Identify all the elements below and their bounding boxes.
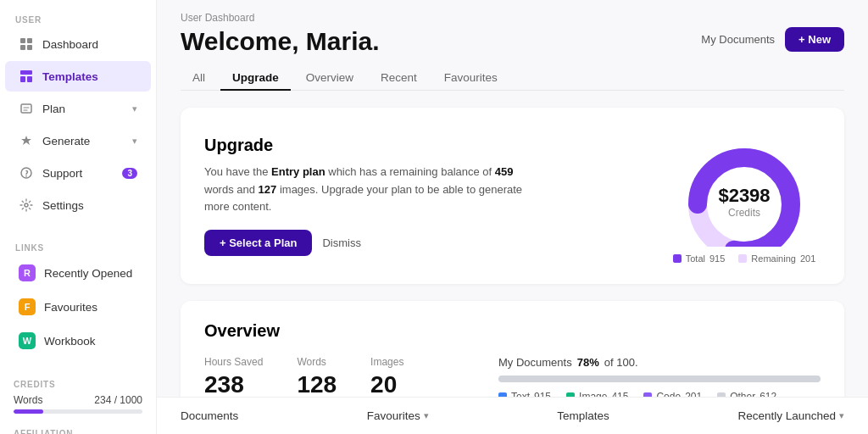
bottom-tab-favourites[interactable]: Favourites ▾ xyxy=(367,409,429,422)
sidebar-item-support[interactable]: Support 3 xyxy=(5,158,151,188)
progress-header-label: My Documents xyxy=(498,356,572,369)
svg-text:Credits: Credits xyxy=(728,207,760,219)
stat-images: Images 20 xyxy=(370,356,403,397)
sidebar-item-dashboard-label: Dashboard xyxy=(42,38,98,51)
legend-code: Code 201 xyxy=(643,391,702,397)
workbook-dot: W xyxy=(19,332,36,349)
legend-other: Other 612 xyxy=(717,391,776,397)
main-inner: All Upgrade Overview Recent Favourites U… xyxy=(157,66,868,397)
sidebar-item-plan[interactable]: Plan ▾ xyxy=(5,93,151,124)
svg-rect-1 xyxy=(27,38,32,43)
generate-icon xyxy=(19,133,34,148)
tab-all[interactable]: All xyxy=(181,66,217,91)
svg-rect-6 xyxy=(27,76,32,82)
sidebar-item-workbook-label: Workbook xyxy=(44,335,96,348)
credits-row: Words 234 / 1000 xyxy=(14,394,142,406)
docs-progress-header: My Documents 78% of 100. xyxy=(498,356,821,369)
sidebar-item-plan-label: Plan xyxy=(42,103,65,115)
tab-recent[interactable]: Recent xyxy=(369,66,429,91)
sidebar-item-settings[interactable]: Settings xyxy=(5,190,151,220)
chevron-down-icon: ▾ xyxy=(132,136,137,147)
main-content: User Dashboard Welcome, Maria. My Docume… xyxy=(157,0,868,434)
remaining-value: 201 xyxy=(800,253,815,264)
affiliation-label: AFFILIATION xyxy=(14,429,142,434)
legend-code-value: 201 xyxy=(685,391,702,397)
svg-rect-3 xyxy=(27,45,32,50)
bottom-tab-templates[interactable]: Templates xyxy=(557,409,609,422)
upgrade-description: You have the Entry plan which has a rema… xyxy=(204,164,526,216)
bottom-tabs: Documents Favourites ▾ Templates Recentl… xyxy=(157,397,868,434)
credits-section: CREDITS Words 234 / 1000 xyxy=(0,371,156,417)
sidebar-item-templates-label: Templates xyxy=(42,70,98,83)
template-icon xyxy=(19,69,34,84)
sidebar-item-settings-label: Settings xyxy=(42,199,84,212)
overview-card: Overview Hours Saved 238 Words 128 Image… xyxy=(181,301,844,397)
upgrade-card: Upgrade You have the Entry plan which ha… xyxy=(181,108,844,284)
my-documents-button[interactable]: My Documents xyxy=(701,33,775,46)
total-value: 915 xyxy=(709,253,725,264)
tab-favourites[interactable]: Favourites xyxy=(432,66,509,91)
bottom-tab-recently-launched-label: Recently Launched xyxy=(737,409,836,422)
legend-text-value: 915 xyxy=(534,391,551,397)
legend-image-label: Image xyxy=(579,391,607,397)
progress-bar xyxy=(498,376,821,382)
docs-progress-section: My Documents 78% of 100. Text xyxy=(498,356,821,397)
progress-legend: Text 915 Image 415 Code 201 xyxy=(498,391,821,397)
remaining-legend: Remaining 201 xyxy=(738,253,815,264)
grid-icon xyxy=(19,36,34,52)
sidebar-item-dashboard[interactable]: Dashboard xyxy=(5,29,151,59)
page-header: User Dashboard Welcome, Maria. My Docume… xyxy=(157,0,868,66)
favourites-dot: F xyxy=(19,298,36,315)
tab-upgrade[interactable]: Upgrade xyxy=(220,66,291,91)
page-title: Welcome, Maria. xyxy=(181,27,380,56)
total-label: Total xyxy=(686,253,705,264)
credits-words-label: Words xyxy=(14,394,42,406)
credits-bar xyxy=(14,409,142,414)
total-dot xyxy=(673,254,682,263)
overview-stats: Hours Saved 238 Words 128 Images 20 xyxy=(204,356,403,397)
recently-opened-dot: R xyxy=(19,264,36,281)
breadcrumb-text: User Dashboard xyxy=(181,12,380,24)
dismiss-button[interactable]: Dismiss xyxy=(322,236,361,249)
credits-words-display: 234 / 1000 xyxy=(94,394,142,406)
breadcrumb: User Dashboard Welcome, Maria. xyxy=(181,12,380,66)
sidebar-item-generate[interactable]: Generate ▾ xyxy=(5,125,151,156)
chevron-down-icon: ▾ xyxy=(132,103,137,114)
svg-rect-7 xyxy=(21,104,31,113)
svg-rect-2 xyxy=(20,45,25,50)
words-label: Words xyxy=(297,356,337,368)
new-button[interactable]: + New xyxy=(785,27,844,52)
legend-other-value: 612 xyxy=(760,391,776,397)
credits-bar-fill xyxy=(14,409,43,414)
sidebar-section-links: LINKS xyxy=(0,235,156,256)
svg-point-9 xyxy=(25,203,28,207)
select-plan-button[interactable]: + Select a Plan xyxy=(204,230,312,256)
page-header-right: My Documents + New xyxy=(701,27,844,52)
chevron-down-icon: ▾ xyxy=(839,410,844,421)
sidebar-item-generate-label: Generate xyxy=(42,135,90,147)
sidebar-item-workbook[interactable]: W Workbook xyxy=(5,325,151,357)
remaining-label: Remaining xyxy=(751,253,796,264)
upgrade-title: Upgrade xyxy=(204,136,526,155)
words-value: 128 xyxy=(297,371,337,397)
tab-overview[interactable]: Overview xyxy=(294,66,365,91)
sidebar-section-user: USER xyxy=(0,7,156,28)
sidebar-item-favourites[interactable]: F Favourites xyxy=(5,291,151,323)
sidebar-item-templates[interactable]: Templates xyxy=(5,61,151,92)
hours-label: Hours Saved xyxy=(204,356,263,368)
legend-other-label: Other xyxy=(730,391,755,397)
progress-of: of 100. xyxy=(604,356,638,369)
sidebar-item-recently-opened[interactable]: R Recently Opened xyxy=(5,257,151,289)
hours-value: 238 xyxy=(204,371,263,397)
support-icon xyxy=(19,165,34,181)
overview-title: Overview xyxy=(204,321,821,341)
total-legend: Total 915 xyxy=(673,253,726,264)
donut-chart: $2398 Credits Total 915 Remaining 201 xyxy=(668,128,821,264)
settings-icon xyxy=(19,198,34,213)
bottom-tab-documents[interactable]: Documents xyxy=(181,409,238,422)
bottom-tab-recently-launched[interactable]: Recently Launched ▾ xyxy=(737,409,844,422)
legend-text: Text 915 xyxy=(498,391,551,397)
donut-legend: Total 915 Remaining 201 xyxy=(673,253,816,264)
upgrade-actions: + Select a Plan Dismiss xyxy=(204,230,526,256)
remaining-dot xyxy=(738,254,747,263)
